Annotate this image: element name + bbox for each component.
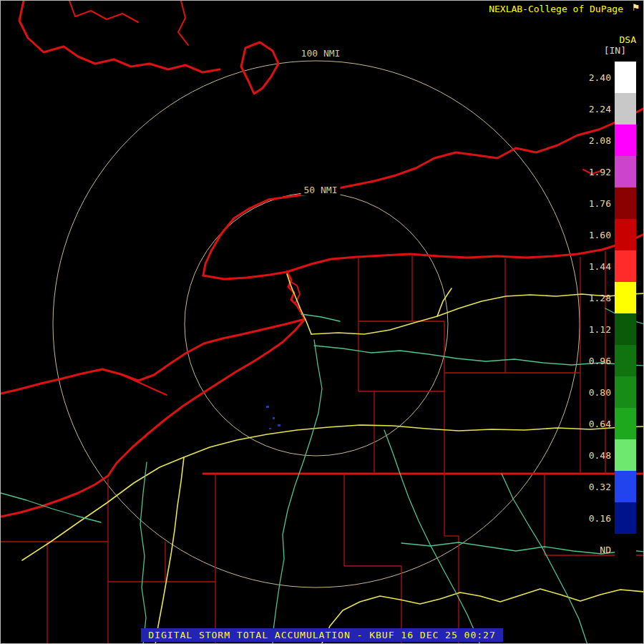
highway-bottom-left <box>1 493 101 522</box>
legend-color-swatch <box>615 534 636 565</box>
interstate-roads <box>22 274 644 644</box>
lake-ontario-west-shore <box>203 272 287 279</box>
product-info: DSA [IN] <box>604 34 636 56</box>
long-point-spit <box>121 374 167 395</box>
legend-value-label: 0.64 <box>577 419 611 429</box>
range-ring-100nmi <box>53 61 580 587</box>
interstate-90-lakeshore <box>22 425 644 560</box>
legend-scale: 2.402.242.081.921.761.601.441.281.120.96… <box>577 62 636 565</box>
legend-value-label: ND <box>577 545 611 555</box>
status-bar: DIGITAL STORM TOTAL ACCUMULATION - KBUF … <box>1 628 643 642</box>
lake-erie-south-shore <box>1 319 305 517</box>
legend-entry: 2.24 <box>577 93 636 125</box>
legend-entry: 0.48 <box>577 439 636 471</box>
highway-left-vertical <box>140 462 147 644</box>
legend-color-swatch <box>615 345 636 376</box>
legend-entry: 0.32 <box>577 471 636 502</box>
legend-value-label: 2.08 <box>577 135 611 146</box>
georgian-bay-shore <box>19 1 220 72</box>
legend-value-label: 1.76 <box>577 198 611 209</box>
legend-entry: 0.96 <box>577 345 636 376</box>
radar-display: 100 NMI 50 NMI NEXLAB-College of DuPage … <box>0 0 644 644</box>
legend-color-swatch <box>615 156 636 187</box>
legend-entry: 1.44 <box>577 250 636 282</box>
lake-erie-north-shore <box>1 319 305 394</box>
legend-color-swatch <box>615 187 636 219</box>
legend-value-label: 2.40 <box>577 72 611 83</box>
state-highways <box>1 308 644 644</box>
legend-value-label: 0.48 <box>577 450 611 461</box>
highway-southeast <box>384 430 480 644</box>
legend-value-label: 1.60 <box>577 230 611 240</box>
legend-value-label: 0.32 <box>577 482 611 492</box>
range-rings <box>53 61 580 587</box>
echo-pixel <box>278 424 280 426</box>
legend-color-swatch <box>615 502 636 534</box>
legend-entry: 0.64 <box>577 408 636 439</box>
legend-color-swatch <box>615 313 636 345</box>
legend-entry: 2.08 <box>577 125 636 156</box>
radar-map <box>1 1 644 644</box>
legend-entry: 1.28 <box>577 282 636 313</box>
legend-color-swatch <box>615 471 636 502</box>
range-ring-label-100nmi: 100 NMI <box>298 48 343 59</box>
legend-entry: 2.40 <box>577 62 636 93</box>
legend-color-swatch <box>615 62 636 93</box>
echo-pixel <box>273 417 275 419</box>
echo-pixel <box>269 428 271 429</box>
legend-value-label: 1.12 <box>577 324 611 335</box>
legend-color-swatch <box>615 250 636 282</box>
legend-entry: 1.76 <box>577 187 636 219</box>
legend-color-swatch <box>615 408 636 439</box>
us-219-south <box>155 457 184 644</box>
legend-entry: 1.92 <box>577 156 636 187</box>
legend-value-label: 2.24 <box>577 104 611 114</box>
range-ring-label-50nmi: 50 NMI <box>301 185 341 195</box>
legend-entry: 1.60 <box>577 219 636 250</box>
lake-simcoe-outline <box>241 42 278 94</box>
brand-title: NEXLAB-College of DuPage <box>489 4 623 14</box>
status-bar-text: DIGITAL STORM TOTAL ACCUMULATION - KBUF … <box>141 628 502 642</box>
brand-logo-icon: ⚑ <box>633 1 639 13</box>
legend-entry: 0.80 <box>577 376 636 408</box>
precip-echoes <box>266 406 280 429</box>
legend-value-label: 0.16 <box>577 513 611 524</box>
product-code: DSA <box>604 34 636 45</box>
highway-niagara-link <box>301 314 340 321</box>
shorelines <box>1 1 644 517</box>
legend-entry: 0.16 <box>577 502 636 534</box>
legend-color-swatch <box>615 439 636 471</box>
legend-value-label: 0.96 <box>577 356 611 366</box>
legend-value-label: 0.80 <box>577 387 611 398</box>
legend-color-swatch <box>615 219 636 250</box>
echo-pixel <box>266 406 269 408</box>
legend-value-label: 1.92 <box>577 167 611 177</box>
legend-value-label: 1.44 <box>577 261 611 272</box>
legend-entry: 1.12 <box>577 313 636 345</box>
highway-north-south <box>273 340 322 644</box>
product-units: [IN] <box>604 45 626 56</box>
legend-color-swatch <box>615 282 636 313</box>
legend-color-swatch <box>615 376 636 408</box>
legend-entry: ND <box>577 534 636 565</box>
legend-color-swatch <box>615 125 636 156</box>
county-lines <box>1 251 644 644</box>
legend-color-swatch <box>615 93 636 125</box>
inland-shore-detail <box>178 1 188 45</box>
huron-shore-detail <box>69 1 138 22</box>
legend-value-label: 1.28 <box>577 293 611 303</box>
